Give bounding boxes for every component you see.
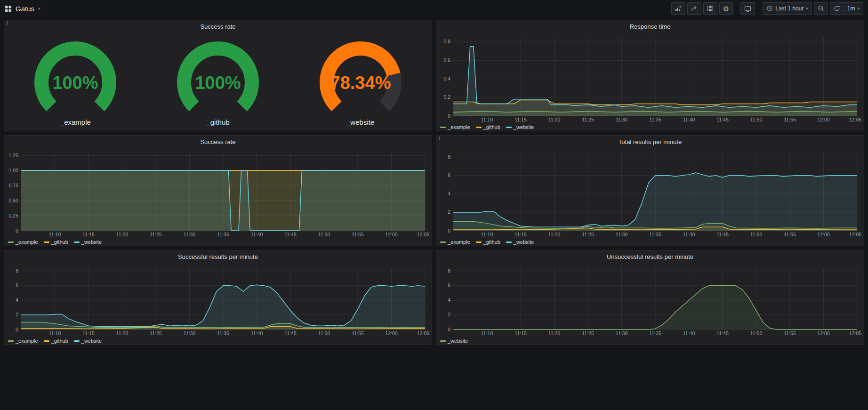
share-button[interactable] [687,2,701,15]
refresh-button[interactable]: 1m ▾ [830,2,863,15]
legend-item-_example[interactable]: _example [8,239,38,245]
zoom-out-icon [818,5,824,12]
panel-title: Total results per minute [619,138,682,145]
svg-text:11:45: 11:45 [716,330,729,336]
dashboard-picker[interactable]: Gatus ▾ [5,5,40,13]
legend-item-_website[interactable]: _website [440,338,468,344]
svg-text:11:30: 11:30 [616,330,628,336]
gauge-_example: 100%_example [19,37,132,126]
gauge-label: _example [60,118,91,126]
legend-item-_website[interactable]: _website [506,239,534,245]
svg-text:0: 0 [16,228,18,233]
successful-results-chart[interactable]: 11:1011:1511:2011:2511:3011:3511:4011:45… [4,263,432,345]
legend-swatch [440,241,446,243]
svg-text:11:15: 11:15 [514,232,527,237]
svg-text:11:10: 11:10 [49,232,61,237]
chart-legend: _website [436,337,864,345]
legend-item-_github[interactable]: _github [476,124,500,130]
panel-info-icon[interactable]: i [436,136,442,142]
tv-icon [744,5,751,12]
panel-header[interactable]: Response time [436,20,864,32]
button-divider [844,5,844,12]
legend-item-_example[interactable]: _example [440,124,470,130]
svg-text:11:55: 11:55 [352,330,364,336]
svg-text:11:35: 11:35 [217,232,229,237]
settings-button[interactable]: ⚙ [719,2,733,15]
svg-text:11:55: 11:55 [784,232,796,237]
panel-header[interactable]: Unsuccessful results per minute [436,250,864,263]
panel-header[interactable]: Success rate [4,20,432,32]
svg-text:11:30: 11:30 [184,330,196,336]
svg-text:0.8: 0.8 [443,39,450,44]
svg-text:12:00: 12:00 [817,232,829,237]
svg-text:11:15: 11:15 [514,117,527,122]
legend-label: _website [448,338,468,344]
legend-swatch [440,127,446,128]
legend-item-_website[interactable]: _website [74,338,102,344]
response-time-chart[interactable]: 11:1011:1511:2011:2511:3011:3511:4011:45… [436,32,864,131]
legend-label: _example [448,124,470,130]
time-range-label: Last 1 hour [775,5,804,12]
svg-text:4: 4 [448,297,450,303]
svg-text:11:30: 11:30 [616,117,628,122]
svg-text:11:40: 11:40 [683,232,695,237]
zoom-out-button[interactable] [814,2,828,15]
svg-text:0.50: 0.50 [9,198,19,203]
svg-text:11:20: 11:20 [548,232,561,237]
legend-swatch [8,340,14,342]
legend-label: _website [514,124,534,130]
svg-text:6: 6 [448,172,450,178]
time-range-button[interactable]: Last 1 hour ▾ [763,2,812,15]
svg-text:12:05: 12:05 [849,330,861,336]
svg-text:11:25: 11:25 [150,232,162,237]
legend-swatch [440,340,446,342]
refresh-icon [834,5,840,12]
panel-header[interactable]: Total results per minute [436,136,864,148]
dashboard-title: Gatus [16,5,34,13]
svg-text:11:25: 11:25 [582,117,594,122]
panel-unsuccessful-results: Unsuccessful results per minute 11:1011:… [436,250,864,345]
legend-label: _example [16,239,38,245]
legend-item-_website[interactable]: _website [506,124,534,130]
svg-text:6: 6 [16,282,18,288]
svg-text:11:35: 11:35 [649,117,661,122]
svg-text:8: 8 [448,154,450,160]
legend-item-_website[interactable]: _website [74,239,102,245]
legend-label: _example [448,239,470,245]
legend-item-_example[interactable]: _example [8,338,38,344]
add-panel-button[interactable] [671,2,685,15]
svg-text:11:35: 11:35 [649,232,661,237]
svg-text:2: 2 [16,312,18,317]
svg-text:0.4: 0.4 [443,76,450,81]
legend-item-_example[interactable]: _example [440,239,470,245]
legend-item-_github[interactable]: _github [44,338,68,344]
total-results-chart[interactable]: 11:1011:1511:2011:2511:3011:3511:4011:45… [436,148,864,246]
chevron-down-icon: ▾ [857,7,860,11]
legend-label: _github [51,338,68,344]
svg-text:11:50: 11:50 [750,330,763,336]
svg-text:0: 0 [16,327,18,332]
legend-swatch [8,241,14,243]
svg-text:11:50: 11:50 [318,232,330,237]
legend-swatch [44,340,49,342]
panel-header[interactable]: Successful results per minute [4,250,432,263]
unsuccessful-results-chart[interactable]: 11:1011:1511:2011:2511:3011:3511:4011:45… [436,263,864,345]
svg-text:11:20: 11:20 [548,330,561,336]
refresh-interval-label[interactable]: 1m [847,5,855,12]
dashboard-grid: i Success rate 100%_example100%_github78… [0,17,868,349]
svg-text:11:40: 11:40 [251,330,263,336]
chart-legend: _example_github_website [436,123,864,131]
svg-text:0: 0 [448,228,450,233]
cycle-view-button[interactable] [740,2,755,15]
legend-item-_github[interactable]: _github [44,239,68,245]
panel-success-rate-graph: Success rate 11:1011:1511:2011:2511:3011… [4,135,432,246]
success-rate-gauges: 100%_example100%_github78.34%_website [4,32,432,131]
panel-header[interactable]: Success rate [4,136,432,148]
svg-text:6: 6 [448,282,450,288]
chart-legend: _example_github_website [4,238,432,246]
svg-text:12:00: 12:00 [385,330,397,336]
legend-item-_github[interactable]: _github [476,239,500,245]
save-button[interactable] [703,2,717,15]
panel-info-icon[interactable]: i [4,20,10,26]
success-rate-chart[interactable]: 11:1011:1511:2011:2511:3011:3511:4011:45… [4,148,432,246]
